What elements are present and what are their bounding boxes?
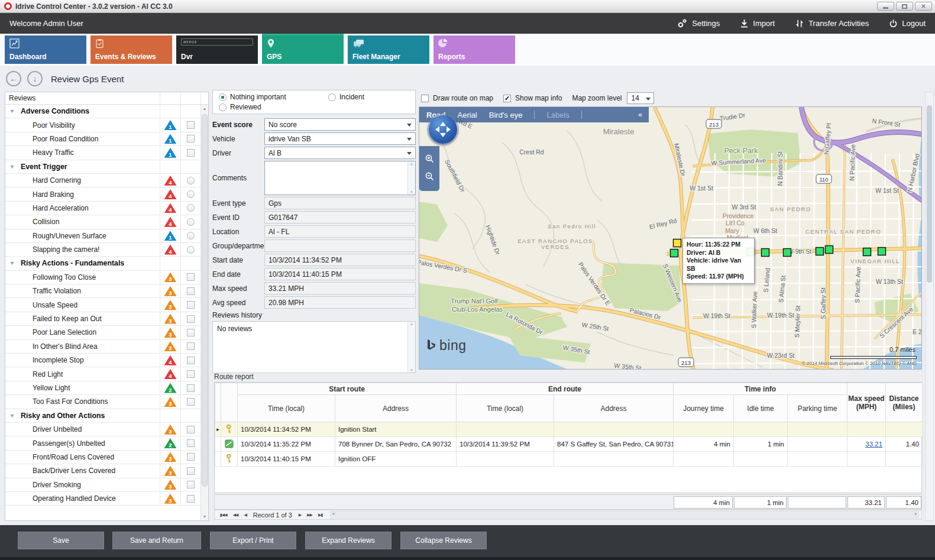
- review-checkbox[interactable]: [187, 135, 195, 143]
- review-checkbox[interactable]: [187, 287, 195, 295]
- review-checkbox[interactable]: [187, 121, 195, 129]
- history-scrollbar[interactable]: [407, 322, 415, 373]
- status-nothing-important[interactable]: Nothing important: [219, 93, 328, 101]
- route-report-row[interactable]: 10/3/2014 11:35:22 PM708 Bynner Dr, San …: [215, 437, 923, 452]
- scroll-down-icon[interactable]: ▼: [201, 513, 208, 520]
- textarea-scrollbar[interactable]: [407, 161, 415, 195]
- status-incident[interactable]: Incident: [328, 93, 409, 101]
- radio-icon[interactable]: [219, 103, 227, 111]
- collapse-reviews-button[interactable]: Collapse Reviews: [400, 532, 487, 549]
- review-checkbox[interactable]: [187, 495, 195, 503]
- review-checkbox[interactable]: [187, 342, 195, 350]
- tab-dashboard[interactable]: Dashboard: [5, 35, 86, 64]
- review-group-row[interactable]: ▾Adverse Conditions: [5, 105, 208, 118]
- route-point-marker[interactable]: [816, 248, 824, 255]
- zoom-out-icon[interactable]: [425, 171, 435, 183]
- expand-reviews-button[interactable]: Expand Reviews: [305, 532, 392, 549]
- max-speed-link[interactable]: 33.21: [865, 441, 882, 448]
- show-map-info-checkbox[interactable]: ✓: [503, 95, 511, 102]
- event-score-select[interactable]: No score: [264, 118, 416, 131]
- vehicle-select[interactable]: idrive Van SB: [264, 132, 416, 145]
- col-distance[interactable]: Distance (Miles): [886, 383, 923, 422]
- collapse-arrow-icon[interactable]: ▾: [11, 108, 14, 114]
- review-checkbox[interactable]: [187, 481, 195, 488]
- route-report-row[interactable]: ▸10/3/2014 11:34:52 PMIgnition Start: [215, 422, 923, 437]
- col-max-speed[interactable]: Max speed (MPH): [847, 383, 886, 422]
- scroll-up-icon[interactable]: ▲: [201, 105, 208, 112]
- review-radio[interactable]: [187, 190, 195, 198]
- col-idle-time[interactable]: Idle time: [734, 395, 788, 422]
- last-record-button[interactable]: ▶▮: [318, 513, 322, 517]
- first-record-button[interactable]: ▮◀◀: [220, 513, 227, 517]
- review-checkbox[interactable]: [187, 467, 195, 475]
- zoom-in-icon[interactable]: [425, 154, 435, 166]
- route-point-marker[interactable]: [674, 239, 681, 247]
- review-checkbox[interactable]: [187, 315, 195, 323]
- review-checkbox[interactable]: [187, 384, 195, 392]
- review-group-row[interactable]: ▾Risky Actions - Fundamentals: [5, 257, 208, 270]
- driver-select[interactable]: Al B: [264, 147, 416, 159]
- collapse-arrow-icon[interactable]: ▾: [11, 163, 14, 169]
- down-button[interactable]: ↓: [27, 71, 43, 86]
- map-view-birdseye[interactable]: Bird's eye: [489, 111, 523, 119]
- status-reviewed[interactable]: Reviewed: [219, 103, 328, 111]
- tab-gps[interactable]: GPS: [262, 35, 344, 64]
- review-checkbox[interactable]: [187, 329, 195, 336]
- tab-events-reviews[interactable]: Events & Reviews: [90, 35, 172, 64]
- review-checkbox[interactable]: [187, 439, 195, 447]
- scrollbar-thumb[interactable]: [927, 105, 932, 283]
- review-radio[interactable]: [187, 218, 195, 226]
- review-group-row[interactable]: ▾Risky and Other Actions: [5, 409, 208, 423]
- export-print-button[interactable]: Export / Print: [210, 532, 296, 549]
- review-checkbox[interactable]: [187, 453, 195, 461]
- review-checkbox[interactable]: [187, 426, 195, 433]
- page-scrollbar[interactable]: [925, 92, 934, 521]
- import-button[interactable]: Import: [740, 19, 775, 28]
- review-checkbox[interactable]: [187, 357, 195, 364]
- save-and-return-button[interactable]: Save and Return: [112, 532, 201, 549]
- review-radio[interactable]: [187, 204, 195, 212]
- map-view-aerial[interactable]: Aerial: [458, 111, 477, 119]
- tab-fleet-manager[interactable]: Fleet Manager: [348, 35, 429, 64]
- next-page-button[interactable]: ▶▶: [307, 513, 312, 517]
- review-radio[interactable]: [187, 177, 195, 184]
- bing-map[interactable]: Trudie DrCrest Rd ESouthfield DrCrest Rd…: [419, 106, 922, 370]
- col-start-address[interactable]: Address: [335, 395, 457, 422]
- close-button[interactable]: ✕: [915, 2, 932, 11]
- transfer-activities-button[interactable]: Transfer Activities: [795, 19, 869, 28]
- minimize-button[interactable]: [877, 2, 894, 11]
- route-point-marker[interactable]: [878, 248, 886, 255]
- map-zoom-select[interactable]: 14: [627, 92, 654, 104]
- map-pan-compass[interactable]: [429, 115, 457, 144]
- logout-button[interactable]: Logout: [889, 19, 926, 28]
- maximize-button[interactable]: [896, 2, 913, 11]
- review-group-row[interactable]: ▾Event Trigger: [5, 160, 208, 174]
- review-radio[interactable]: [187, 232, 195, 239]
- next-record-button[interactable]: ▶: [299, 513, 301, 517]
- route-report-row[interactable]: 10/3/2014 11:40:15 PMIgnition OFF: [215, 452, 923, 467]
- radio-icon[interactable]: [219, 93, 227, 101]
- map-bar-collapse-icon[interactable]: «: [638, 111, 642, 119]
- review-checkbox[interactable]: [187, 273, 195, 281]
- col-journey-time[interactable]: Journey time: [674, 395, 734, 422]
- review-radio[interactable]: [187, 246, 195, 254]
- review-checkbox[interactable]: [187, 398, 195, 406]
- prev-record-button[interactable]: ◀: [244, 513, 246, 517]
- comments-textarea[interactable]: [264, 161, 416, 195]
- route-point-marker[interactable]: [784, 249, 791, 257]
- horizontal-scrollbar[interactable]: [330, 511, 919, 519]
- review-checkbox[interactable]: [187, 301, 195, 309]
- prev-page-button[interactable]: ◀◀: [233, 513, 238, 517]
- review-checkbox[interactable]: [187, 370, 195, 378]
- route-point-marker[interactable]: [671, 250, 678, 257]
- col-parking-time[interactable]: Parking time: [788, 395, 847, 422]
- collapse-arrow-icon[interactable]: ▾: [11, 260, 14, 266]
- col-end-time[interactable]: Time (local): [457, 395, 554, 422]
- tab-dvr[interactable]: MERGE Dvr: [176, 35, 258, 64]
- save-button[interactable]: Save: [18, 532, 104, 549]
- col-end-address[interactable]: Address: [554, 395, 674, 422]
- route-point-marker[interactable]: [863, 248, 871, 256]
- collapse-arrow-icon[interactable]: ▾: [11, 412, 14, 418]
- col-start-time[interactable]: Time (local): [238, 395, 335, 422]
- scrollbar-thumb[interactable]: [202, 114, 208, 487]
